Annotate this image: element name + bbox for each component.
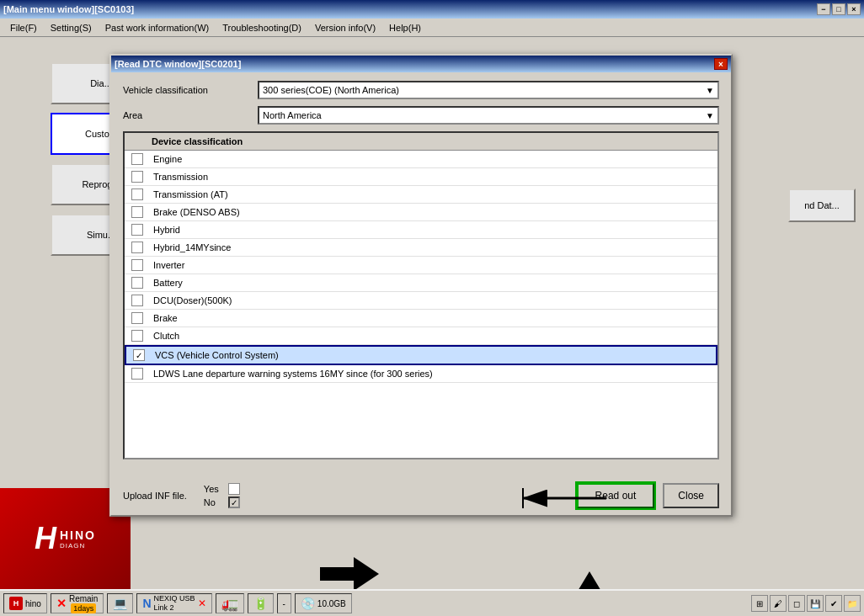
area-row: Area North America ▼ <box>123 106 719 125</box>
taskbar-power[interactable]: 🔋 <box>248 593 274 613</box>
upload-inf-label: Upload INF file. <box>123 491 187 501</box>
taskbar-save-icon[interactable]: 💾 <box>807 595 824 612</box>
dialog-close-button[interactable]: × <box>714 58 728 70</box>
engine-checkbox[interactable] <box>131 153 143 165</box>
list-item[interactable]: Transmission <box>125 168 717 186</box>
taskbar-disk-dash[interactable]: - <box>277 593 291 613</box>
x-icon: ✕ <box>56 597 67 610</box>
list-item[interactable]: Engine <box>125 151 717 168</box>
minimize-button[interactable]: − <box>817 3 830 15</box>
list-item[interactable]: DCU(Doser)(500K) <box>125 292 717 310</box>
list-item[interactable]: Hybrid_14MYsince <box>125 239 717 257</box>
nexiq-icon: N <box>142 597 151 610</box>
vehicle-classification-select[interactable]: 300 series(COE) (North America) ▼ <box>258 81 719 99</box>
hybrid-label: Hybrid <box>153 225 180 235</box>
list-item[interactable]: Battery <box>125 274 717 292</box>
nexiq-x-icon: ✕ <box>198 597 206 609</box>
menu-bar: File(F) Setting(S) Past work information… <box>0 19 864 37</box>
transmission-checkbox[interactable] <box>131 171 143 183</box>
disk-icon: 💿 <box>301 597 315 610</box>
hino-diag-text: DIAGN <box>60 542 96 550</box>
yes-label: Yes <box>204 484 225 494</box>
inverter-label: Inverter <box>153 260 184 270</box>
svg-marker-4 <box>577 571 602 589</box>
vcs-list-item[interactable]: ✓ VCS (Vehicle Control System) <box>125 345 717 365</box>
list-item[interactable]: Clutch <box>125 327 717 345</box>
menu-help[interactable]: Help(H) <box>382 21 428 35</box>
device-list[interactable]: Device classification Engine Transmissio… <box>123 131 719 459</box>
read-dtc-dialog: [Read DTC window][SC0201] × Vehicle clas… <box>109 54 733 517</box>
hybrid-checkbox[interactable] <box>131 224 143 236</box>
area-select[interactable]: North America ▼ <box>258 106 719 125</box>
brake-denso-checkbox[interactable] <box>131 206 143 218</box>
battery-checkbox[interactable] <box>131 277 143 289</box>
yes-no-section: Yes No ✓ <box>204 483 240 508</box>
disk-dash-label: - <box>283 599 285 608</box>
dcu-checkbox[interactable] <box>131 295 143 306</box>
list-item[interactable]: Transmission (AT) <box>125 186 717 204</box>
hino-h-icon: H <box>35 521 56 556</box>
list-item[interactable]: Brake (DENSO ABS) <box>125 204 717 221</box>
hino-icon: H <box>9 597 23 610</box>
taskbar-disk[interactable]: 💿 10.0GB <box>295 593 352 613</box>
main-area: Dia... Custo... Reprog... Simu... nd Dat… <box>0 37 864 589</box>
taskbar-check-icon[interactable]: ✔ <box>825 595 842 612</box>
maximize-button[interactable]: □ <box>832 3 845 15</box>
clutch-checkbox[interactable] <box>131 330 143 342</box>
title-bar-buttons: − □ × <box>817 3 861 15</box>
dialog-title: [Read DTC window][SC0201] <box>115 59 241 69</box>
taskbar: H hino ✕ Remain 1days 💻 N NEXIQ USBLink … <box>0 589 864 616</box>
brake-denso-label: Brake (DENSO ABS) <box>153 207 240 217</box>
brake-checkbox[interactable] <box>131 312 143 324</box>
vehicle-classification-label: Vehicle classification <box>123 85 258 95</box>
list-item[interactable]: Hybrid <box>125 221 717 239</box>
hybrid-14my-checkbox[interactable] <box>131 242 143 253</box>
vcs-checkbox[interactable]: ✓ <box>133 349 145 361</box>
hino-brand-text: HINO <box>60 528 96 542</box>
menu-file[interactable]: File(F) <box>3 21 44 35</box>
close-window-button[interactable]: × <box>847 3 861 15</box>
taskbar-erase-icon[interactable]: ◻ <box>788 595 805 612</box>
taskbar-truck[interactable]: 🚛 <box>216 593 244 613</box>
transmission-at-checkbox[interactable] <box>131 189 143 200</box>
read-out-button[interactable]: Read out <box>577 483 655 508</box>
dialog-content: Vehicle classification 300 series(COE) (… <box>111 72 731 476</box>
taskbar-folder-icon[interactable]: 📁 <box>844 595 861 612</box>
menu-setting[interactable]: Setting(S) <box>44 21 99 35</box>
menu-troubleshooting[interactable]: Troubleshooting(D) <box>216 21 308 35</box>
vcs-label: VCS (Vehicle Control System) <box>155 350 279 360</box>
truck-icon: 🚛 <box>221 596 238 612</box>
power-icon: 🔋 <box>253 597 268 610</box>
taskbar-computer[interactable]: 💻 <box>107 593 133 613</box>
no-checkbox[interactable]: ✓ <box>228 497 240 508</box>
taskbar-hino[interactable]: H hino <box>3 593 47 613</box>
engine-label: Engine <box>153 154 182 164</box>
taskbar-paint-icon[interactable]: 🖌 <box>770 595 787 612</box>
remain-label: Remain <box>69 594 98 603</box>
list-item[interactable]: Inverter <box>125 257 717 274</box>
yes-row: Yes <box>204 483 240 495</box>
taskbar-grid-icon[interactable]: ⊞ <box>751 595 768 612</box>
taskbar-remain[interactable]: ✕ Remain 1days <box>51 593 104 613</box>
transmission-at-label: Transmission (AT) <box>153 189 228 199</box>
taskbar-nexiq-label: NEXIQ USBLink 2 <box>154 594 195 613</box>
vehicle-classification-arrow-icon: ▼ <box>706 86 714 95</box>
dialog-title-bar: [Read DTC window][SC0201] × <box>111 56 731 72</box>
clutch-label: Clutch <box>153 331 179 341</box>
title-bar: [Main menu window][SC0103] − □ × <box>0 0 864 19</box>
device-list-header: Device classification <box>125 133 717 151</box>
menu-version-info[interactable]: Version info(V) <box>308 21 382 35</box>
bg-button-nd-dat[interactable]: nd Dat... <box>788 189 856 222</box>
svg-marker-3 <box>320 557 379 589</box>
inverter-checkbox[interactable] <box>131 259 143 271</box>
list-item[interactable]: LDWS Lane departure warning systems 16MY… <box>125 365 717 383</box>
taskbar-nexiq[interactable]: N NEXIQ USBLink 2 ✕ <box>136 593 211 613</box>
ldws-checkbox[interactable] <box>131 368 143 380</box>
list-item[interactable]: Brake <box>125 310 717 327</box>
computer-icon: 💻 <box>113 597 127 610</box>
menu-past-work[interactable]: Past work information(W) <box>99 21 216 35</box>
area-arrow-icon: ▼ <box>706 111 714 120</box>
close-button[interactable]: Close <box>663 483 719 508</box>
window-title: [Main menu window][SC0103] <box>3 4 134 14</box>
yes-checkbox[interactable] <box>228 483 240 495</box>
